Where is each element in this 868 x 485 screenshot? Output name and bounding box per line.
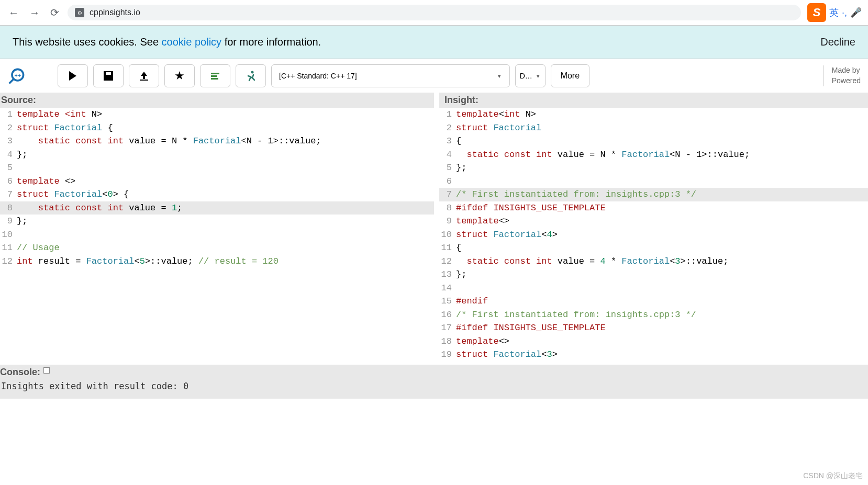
dropdown-icon: ▼: [497, 73, 502, 79]
code-line[interactable]: 16/* First instantiated from: insights.c…: [439, 308, 868, 322]
code-content: struct Factorial<0> {: [17, 188, 129, 201]
code-content: template <>: [17, 175, 75, 188]
code-line[interactable]: 3 static const int value = N * Factorial…: [0, 134, 434, 148]
line-number: 5: [0, 161, 17, 175]
code-line[interactable]: 7/* First instantiated from: insights.cp…: [439, 188, 868, 201]
code-content: struct Factorial: [456, 121, 541, 135]
line-number: 8: [439, 201, 456, 215]
console-toggle-checkbox[interactable]: [43, 367, 50, 374]
code-line[interactable]: 9template<>: [439, 215, 868, 228]
code-line[interactable]: 2struct Factorial: [439, 121, 868, 135]
code-line[interactable]: 19struct Factorial<3>: [439, 348, 868, 362]
ime-separator: ·,: [842, 7, 847, 18]
runner-icon: [245, 70, 257, 82]
browser-navbar: ← → ⟳ ⚙ cppinsights.io S 英 ·, 🎤: [0, 0, 868, 25]
code-content: static const int value = N * Factorial<N…: [456, 148, 750, 162]
svg-rect-3: [140, 80, 148, 81]
code-content: #ifdef INSIGHTS_USE_TEMPLATE: [456, 201, 606, 215]
code-line[interactable]: 17#ifdef INSIGHTS_USE_TEMPLATE: [439, 321, 868, 335]
code-line[interactable]: 15#endif: [439, 295, 868, 308]
insight-pane: Insight: 1template<int N>2struct Factori…: [434, 93, 868, 365]
code-line[interactable]: 10struct Factorial<4>: [439, 228, 868, 242]
line-number: 11: [439, 241, 456, 255]
svg-line-1: [9, 78, 14, 83]
line-number: 18: [439, 335, 456, 348]
compiler-explorer-button[interactable]: [200, 64, 230, 87]
source-editor[interactable]: 1template <int N>2struct Factorial {3 st…: [0, 108, 434, 365]
code-content: static const int value = 4 * Factorial<3…: [456, 255, 728, 268]
extensions-area: S 英 ·, 🎤: [807, 3, 862, 22]
back-button[interactable]: ←: [6, 5, 21, 21]
ime-language-indicator[interactable]: 英: [829, 6, 839, 19]
code-line[interactable]: 13};: [439, 268, 868, 281]
code-content: struct Factorial<4>: [456, 228, 558, 242]
line-number: 10: [439, 228, 456, 242]
run-button[interactable]: [58, 64, 88, 87]
cookie-policy-link[interactable]: cookie policy: [162, 36, 222, 48]
line-number: 7: [439, 188, 456, 201]
cpp-standard-value: [C++ Standard: C++ 17]: [279, 72, 357, 80]
line-number: 13: [439, 268, 456, 281]
save-button[interactable]: [93, 64, 124, 87]
code-line[interactable]: 12 static const int value = 4 * Factoria…: [439, 255, 868, 268]
code-content: #endif: [456, 295, 488, 308]
code-line[interactable]: 11// Usage: [0, 241, 434, 255]
line-number: 9: [0, 215, 17, 228]
code-line[interactable]: 6template <>: [0, 175, 434, 188]
code-content: /* First instantiated from: insights.cpp…: [456, 308, 696, 322]
line-number: 17: [439, 321, 456, 335]
code-line[interactable]: 3{: [439, 134, 868, 148]
code-content: #ifdef INSIGHTS_USE_TEMPLATE: [456, 321, 606, 335]
cookie-decline-button[interactable]: Decline: [820, 36, 855, 48]
star-icon: ★: [174, 69, 185, 83]
code-line[interactable]: 1template <int N>: [0, 108, 434, 121]
insight-viewer[interactable]: 1template<int N>2struct Factorial3{4 sta…: [439, 108, 868, 365]
code-line[interactable]: 11{: [439, 241, 868, 255]
microphone-icon[interactable]: 🎤: [850, 7, 862, 18]
code-line[interactable]: 10: [0, 228, 434, 242]
code-line[interactable]: 4 static const int value = N * Factorial…: [439, 148, 868, 162]
reload-button[interactable]: ⟳: [48, 4, 61, 21]
line-number: 12: [439, 255, 456, 268]
code-line[interactable]: 4};: [0, 148, 434, 162]
code-line[interactable]: 14: [439, 281, 868, 295]
play-icon: [69, 71, 76, 81]
line-number: 11: [0, 241, 17, 255]
code-line[interactable]: 8#ifdef INSIGHTS_USE_TEMPLATE: [439, 201, 868, 215]
code-line[interactable]: 9};: [0, 215, 434, 228]
cpp-standard-select[interactable]: [C++ Standard: C++ 17] ▼: [271, 64, 510, 87]
quickbench-button[interactable]: [236, 64, 266, 87]
line-number: 4: [0, 148, 17, 162]
forward-button[interactable]: →: [27, 5, 42, 21]
code-content: /* First instantiated from: insights.cpp…: [456, 188, 696, 201]
code-line[interactable]: 5: [0, 161, 434, 175]
more-button[interactable]: More: [551, 64, 589, 87]
line-number: 1: [439, 108, 456, 121]
attribution: Made by Powered: [823, 65, 861, 86]
godbolt-icon: [209, 70, 221, 82]
console-output: Insights exited with result code: 0: [0, 378, 868, 399]
cppinsights-logo-icon[interactable]: ++: [7, 66, 26, 85]
favorite-button[interactable]: ★: [164, 64, 195, 87]
site-settings-icon[interactable]: ⚙: [75, 8, 84, 17]
upload-button[interactable]: [129, 64, 159, 87]
line-number: 14: [439, 281, 456, 295]
code-line[interactable]: 5};: [439, 161, 868, 175]
cookie-message: This website uses cookies. See cookie po…: [13, 36, 321, 48]
code-line[interactable]: 2struct Factorial {: [0, 121, 434, 135]
code-content: int result = Factorial<5>::value; // res…: [17, 255, 279, 268]
code-line[interactable]: 12int result = Factorial<5>::value; // r…: [0, 255, 434, 268]
code-line[interactable]: 7struct Factorial<0> {: [0, 188, 434, 201]
code-content: };: [17, 215, 27, 228]
dropdown-icon: ▼: [536, 73, 541, 79]
code-line[interactable]: 1template<int N>: [439, 108, 868, 121]
code-line[interactable]: 6: [439, 175, 868, 188]
address-bar[interactable]: ⚙ cppinsights.io: [68, 5, 801, 20]
sogou-ime-icon[interactable]: S: [807, 3, 826, 22]
code-content: template<>: [456, 215, 509, 228]
code-line[interactable]: 18template<>: [439, 335, 868, 348]
secondary-select[interactable]: D… ▼: [515, 64, 546, 87]
code-content: static const int value = 1;: [17, 201, 182, 215]
code-line[interactable]: 8 static const int value = 1;: [0, 201, 434, 215]
cookie-banner: This website uses cookies. See cookie po…: [0, 25, 868, 59]
